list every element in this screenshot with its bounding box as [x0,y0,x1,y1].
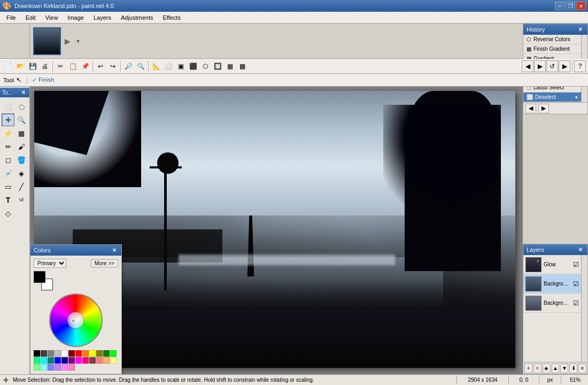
thumbnail-0[interactable] [33,27,61,55]
palette-hotpink[interactable] [68,364,75,371]
palette-peach[interactable] [103,357,110,364]
palette-lightgreen[interactable] [34,364,40,371]
layer-item-background-2[interactable]: Background ☑ [523,294,581,313]
layers-add-button[interactable]: + [524,364,532,373]
palette-gray3[interactable] [55,350,61,357]
layers-down-button[interactable]: ▼ [560,364,568,373]
menu-layers[interactable]: Layers [89,13,115,22]
palette-olive[interactable] [96,350,103,357]
move-selection-tool[interactable]: ✛ [2,113,14,126]
menu-effects[interactable]: Effects [159,13,185,22]
palette-magenta[interactable] [75,357,82,364]
palette-darkgreen[interactable] [103,350,110,357]
palette-lightyellow[interactable] [110,357,117,364]
undo-button[interactable]: ↩ [95,60,106,72]
nav-forward-button[interactable]: ▶ [534,60,546,72]
history-item-deselect[interactable]: ⬜ Deselect ▾ [523,93,581,102]
eraser-tool[interactable]: ◻ [2,153,14,166]
layers-close-button[interactable]: × [577,246,584,253]
finish-label[interactable]: ✓ Finish [32,76,54,83]
primary-dropdown[interactable]: Primary [34,259,66,268]
palette-lightcyan[interactable] [41,364,47,371]
palette-gray1[interactable] [41,350,47,357]
palette-brown[interactable] [89,357,96,364]
grid-button[interactable]: ▣ [175,60,187,72]
thumbnail-menu-button[interactable]: ▾ [74,27,82,55]
palette-cyan[interactable] [41,357,47,364]
toolbox-close-button[interactable]: × [20,89,27,96]
palette-salmon[interactable] [96,357,103,364]
palette-black[interactable] [34,350,40,357]
rectangle-select-tool[interactable]: ⬜ [2,100,14,113]
fill-tool[interactable]: 🪣 [15,153,28,166]
restore-button[interactable]: ❐ [566,2,575,10]
menu-adjustments[interactable]: Adjustments [117,13,158,22]
layers-scrollbar[interactable] [581,255,587,362]
layers-flatten-button[interactable]: ≡ [578,364,586,373]
history-redo-button[interactable]: ▶ [538,104,549,113]
shapes-tool[interactable]: ▭ [2,180,14,193]
clone-stamp-tool[interactable]: ◈ [15,167,28,180]
layer-visibility-glow[interactable]: ☑ [573,261,579,268]
layers-duplicate-button[interactable]: ◈ [543,364,551,373]
palette-navy[interactable] [61,357,68,364]
open-button[interactable]: 📂 [14,60,26,72]
print-button[interactable]: 🖨 [39,60,51,72]
resize-button[interactable]: ⬜ [163,60,174,72]
text-tool[interactable]: T [2,194,14,206]
pencil-tool[interactable]: ✏ [2,140,14,153]
palette-periwinkle[interactable] [48,364,54,371]
menu-view[interactable]: View [41,13,63,22]
lasso-select-tool[interactable]: ◌ [15,100,28,113]
history-item-finish-gradient-1[interactable]: ▦ Finish Gradient [523,44,581,54]
paste-button[interactable]: 📌 [79,60,91,72]
thumbnail-next-arrow[interactable]: ▶ [63,27,72,55]
more-button[interactable]: 🔲 [212,60,223,72]
layer-visibility-bg1[interactable]: ☑ [573,280,579,288]
close-button[interactable]: ✕ [576,2,586,10]
nav-go-button[interactable]: ▶ [559,60,570,72]
palette-green[interactable] [110,350,117,357]
palette-mint[interactable] [34,357,40,364]
palette-purple[interactable] [68,357,75,364]
history-close-button[interactable]: × [577,26,584,33]
foreground-swatch[interactable] [34,271,45,283]
palette-pink[interactable] [61,364,68,371]
menu-image[interactable]: Image [63,13,88,22]
grid2-button[interactable]: ▦ [224,60,236,72]
redo-button[interactable]: ↪ [107,60,119,72]
zoom-tool[interactable]: 🔍 [15,113,28,126]
copy-button[interactable]: 📋 [67,60,79,72]
palette-teal[interactable] [48,357,54,364]
history-item-reverse-colors[interactable]: ⬡ Reverse Colors [523,35,581,44]
effects2-button[interactable]: ⬡ [199,60,211,72]
nav-back-button[interactable]: ◀ [522,60,533,72]
palette-darkred[interactable] [68,350,75,357]
text2-tool[interactable]: Vl [15,194,28,206]
color-wheel[interactable] [49,294,103,347]
magic-wand-tool[interactable]: ⚡ [2,127,14,140]
zoom-out-button[interactable]: 🔍 [135,60,146,72]
help-button[interactable]: ? [574,60,586,72]
crop-button[interactable]: 📐 [150,60,162,72]
palette-lavender[interactable] [55,364,61,371]
cut-button[interactable]: ✂ [55,60,66,72]
history-undo-button[interactable]: ◀ [525,104,536,113]
layer-item-background-1[interactable]: Background ☑ [523,274,581,294]
colors-close-button[interactable]: × [111,247,118,254]
menu-edit[interactable]: Edit [21,13,40,22]
palette-white[interactable] [61,350,68,357]
minimize-button[interactable]: ─ [555,2,564,10]
save-button[interactable]: 💾 [27,60,38,72]
layer-item-glow[interactable]: ✕ Glow ☑ [523,255,581,274]
rulers-button[interactable]: ⬛ [187,60,199,72]
palette-rose[interactable] [82,357,89,364]
line-tool[interactable]: ╱ [15,180,28,193]
gradient-tool[interactable]: ▦ [15,127,28,140]
palette-orange[interactable] [82,350,89,357]
palette-blue[interactable] [55,357,61,364]
menu-file[interactable]: File [2,13,20,22]
layer-visibility-bg2[interactable]: ☑ [573,299,579,307]
layers-delete-button[interactable]: ✕ [533,364,541,373]
custom-shape-tool[interactable]: ◇ [2,207,14,220]
